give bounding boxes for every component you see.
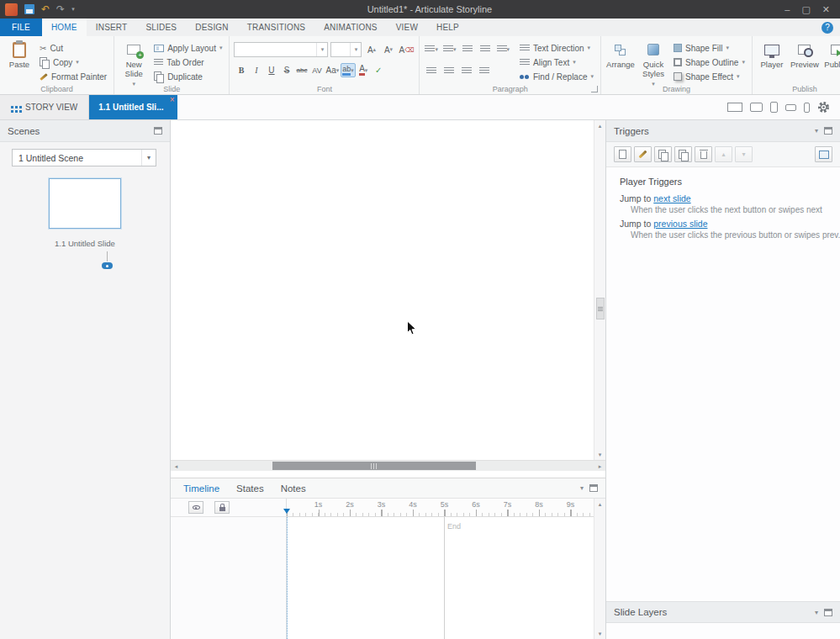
tab-states[interactable]: States [236, 483, 264, 494]
tab-timeline[interactable]: Timeline [183, 483, 219, 494]
manage-project-variables-button[interactable] [815, 146, 832, 162]
create-trigger-button[interactable] [614, 146, 631, 162]
publish-button[interactable]: Publish [822, 39, 840, 71]
shape-fill-button[interactable]: Shape Fill ▾ [671, 41, 748, 55]
apply-layout-button[interactable]: Apply Layout ▾ [151, 41, 225, 55]
tab-animations[interactable]: ANIMATIONS [314, 18, 386, 36]
tab-transitions[interactable]: TRANSITIONS [238, 18, 314, 36]
timeline-track[interactable]: 1s 2s 3s 4s 5s 6s 7s 8s 9s End [287, 499, 594, 639]
tablet-landscape-view-icon[interactable] [750, 103, 763, 112]
paragraph-dialog-launcher-icon[interactable] [591, 86, 598, 92]
maximize-button[interactable]: ▢ [801, 4, 810, 15]
font-color-button[interactable]: A▾ [357, 63, 371, 77]
timeline-content[interactable] [287, 517, 594, 639]
slide-layers-dock-icon[interactable] [824, 609, 832, 616]
desktop-view-icon[interactable] [727, 103, 742, 112]
grow-font-button[interactable]: A▴ [364, 43, 378, 57]
save-icon[interactable] [24, 4, 34, 14]
align-center-button[interactable] [441, 64, 456, 78]
font-size-caret-icon[interactable]: ▾ [350, 43, 361, 56]
phone-portrait-view-icon[interactable] [804, 103, 810, 113]
align-left-button[interactable] [424, 64, 438, 78]
find-replace-button[interactable]: Find / Replace ▾ [517, 70, 596, 83]
subscript-button[interactable]: abc [294, 63, 309, 77]
timeline-end-line[interactable] [444, 517, 445, 639]
phone-landscape-view-icon[interactable] [785, 104, 796, 111]
shape-effect-button[interactable]: Shape Effect ▾ [671, 70, 748, 83]
font-family-combobox[interactable]: ▾ [234, 42, 328, 57]
scroll-down-icon[interactable]: ▾ [599, 451, 602, 458]
timeline-vertical-scrollbar[interactable]: ▴ ▾ [594, 499, 605, 639]
close-tab-icon[interactable]: × [170, 96, 175, 104]
text-highlight-button[interactable]: ab▾ [341, 63, 356, 77]
font-size-combobox[interactable]: ▾ [330, 42, 362, 57]
cut-button[interactable]: ✂ Cut [37, 41, 109, 55]
tab-file[interactable]: FILE [0, 18, 42, 36]
delete-trigger-button[interactable] [695, 146, 712, 162]
scenes-dock-icon[interactable] [154, 127, 162, 135]
italic-button[interactable]: I [249, 63, 263, 77]
redo-icon[interactable]: ↷ [56, 4, 65, 14]
timeline-ruler[interactable]: 1s 2s 3s 4s 5s 6s 7s 8s 9s [287, 499, 594, 517]
slide-connector-icon[interactable] [102, 262, 113, 269]
font-family-input[interactable] [235, 43, 316, 56]
paste-trigger-button[interactable] [674, 146, 692, 162]
tab-slides[interactable]: SLIDES [136, 18, 186, 36]
slide-layers-panel-header[interactable]: Slide Layers ▾ [606, 601, 840, 623]
tablet-portrait-view-icon[interactable] [770, 102, 778, 113]
font-family-caret-icon[interactable]: ▾ [316, 43, 327, 56]
timeline-menu-caret-icon[interactable]: ▾ [580, 484, 584, 492]
justify-button[interactable] [477, 64, 491, 78]
slide-canvas[interactable] [171, 120, 594, 460]
player-settings-gear-icon[interactable] [817, 101, 830, 114]
close-button[interactable]: ✕ [822, 4, 830, 15]
trigger-item[interactable]: Jump to next slide When the user clicks … [620, 193, 840, 214]
lock-all-button[interactable] [214, 501, 230, 514]
copy-trigger-button[interactable] [654, 146, 672, 162]
horizontal-scroll-thumb[interactable] [272, 462, 476, 470]
align-text-button[interactable]: Align Text ▾ [517, 55, 596, 69]
canvas-vertical-scrollbar[interactable]: ▴ ▾ [594, 120, 605, 460]
bullets-button[interactable]: ▾ [424, 42, 439, 56]
edit-trigger-button[interactable] [634, 146, 652, 162]
tab-order-button[interactable]: Tab Order [151, 55, 225, 69]
duplicate-button[interactable]: Duplicate [151, 70, 225, 83]
line-spacing-button[interactable]: ▾ [496, 42, 511, 56]
tab-story-view[interactable]: STORY VIEW [0, 95, 89, 119]
playhead-handle[interactable] [283, 509, 290, 517]
timeline-dock-icon[interactable] [589, 484, 598, 492]
tab-design[interactable]: DESIGN [186, 18, 238, 36]
scroll-down-icon[interactable]: ▾ [599, 630, 602, 637]
copy-button[interactable]: Copy ▾ [37, 55, 109, 69]
scroll-right-icon[interactable]: ▸ [594, 462, 605, 470]
align-right-button[interactable] [459, 64, 473, 78]
trigger-target-link[interactable]: previous slide [653, 219, 707, 229]
increase-indent-button[interactable] [478, 42, 493, 56]
tab-help[interactable]: HELP [427, 18, 468, 36]
move-trigger-up-button[interactable]: ▴ [715, 146, 732, 162]
trigger-target-link[interactable]: next slide [653, 193, 690, 203]
canvas-horizontal-scrollbar[interactable]: ◂ ▸ [171, 460, 605, 471]
new-slide-button[interactable]: New Slide ▾ [119, 39, 149, 89]
help-icon[interactable]: ? [822, 22, 833, 34]
slide-thumbnail[interactable] [49, 178, 121, 229]
slide-layers-menu-caret-icon[interactable]: ▾ [815, 609, 818, 616]
format-painter-button[interactable]: Format Painter [37, 70, 109, 83]
tab-view[interactable]: VIEW [387, 18, 427, 36]
numbering-button[interactable]: ▾ [442, 42, 457, 56]
vertical-scroll-thumb[interactable] [596, 298, 605, 320]
app-icon[interactable] [5, 3, 18, 16]
trigger-item[interactable]: Jump to previous slide When the user cli… [620, 219, 840, 240]
undo-icon[interactable]: ↶ [41, 4, 50, 14]
decrease-indent-button[interactable] [461, 42, 475, 56]
player-button[interactable]: Player [757, 39, 787, 71]
tab-notes[interactable]: Notes [281, 483, 306, 494]
scroll-left-icon[interactable]: ◂ [171, 462, 182, 470]
bold-button[interactable]: B [234, 63, 248, 77]
shrink-font-button[interactable]: A▾ [381, 43, 395, 57]
change-case-button[interactable]: Aa▾ [325, 63, 340, 77]
spelling-button[interactable]: ✓ [372, 63, 386, 77]
tab-home[interactable]: HOME [42, 18, 87, 36]
move-trigger-down-button[interactable]: ▾ [735, 146, 753, 162]
scroll-up-icon[interactable]: ▴ [599, 500, 602, 508]
